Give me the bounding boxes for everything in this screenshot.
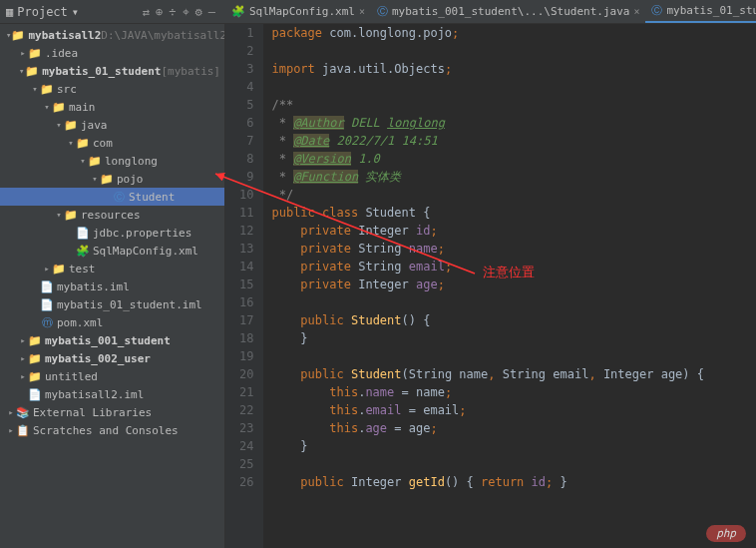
tree-item-mybatis-iml[interactable]: 📄mybatis.iml <box>0 277 224 295</box>
close-icon[interactable]: × <box>359 6 365 17</box>
tree-node-icon: 📄 <box>76 227 90 240</box>
tree-node-label: mybatis_01_student.iml <box>57 298 202 311</box>
tree-node-label: mybatis_01_student <box>42 65 161 78</box>
tree-item-pojo[interactable]: ▾📁pojo <box>0 170 224 188</box>
line-gutter: 1234567891011121314151617181920212223242… <box>225 24 263 548</box>
code-line[interactable]: } <box>271 329 748 347</box>
line-number: 16 <box>239 293 253 311</box>
project-tree[interactable]: ▾📁mybatisall2 D:\JAVA\mybatisall2▸📁.idea… <box>0 24 225 548</box>
code-line[interactable]: */ <box>271 186 748 204</box>
tree-item-scratches-and-consoles[interactable]: ▸📋Scratches and Consoles <box>0 421 224 439</box>
tree-item-resources[interactable]: ▾📁resources <box>0 206 224 224</box>
tree-arrow-icon[interactable]: ▸ <box>42 264 52 274</box>
tree-item-pom-xml[interactable]: ⓜpom.xml <box>0 313 224 331</box>
tree-item-mybatis-01-student-iml[interactable]: 📄mybatis_01_student.iml <box>0 295 224 313</box>
tree-item-test[interactable]: ▸📁test <box>0 260 224 277</box>
code-line[interactable]: this.age = age; <box>271 419 748 437</box>
code-line[interactable]: public Integer getId() { return id; } <box>271 473 748 491</box>
line-number: 21 <box>239 383 253 401</box>
tree-arrow-icon[interactable]: ▾ <box>30 84 40 94</box>
tree-item-mybatisall2-iml[interactable]: 📄mybatisall2.iml <box>0 385 224 403</box>
tree-item-com[interactable]: ▾📁com <box>0 134 224 152</box>
tree-node-label: jdbc.properties <box>93 227 191 240</box>
tree-item-untitled[interactable]: ▸📁untitled <box>0 367 224 385</box>
code-line[interactable] <box>271 347 748 365</box>
tree-node-label: .idea <box>45 47 78 60</box>
tree-arrow-icon[interactable]: ▸ <box>18 353 28 363</box>
toolbar-icon-3[interactable]: ⌖ <box>183 5 189 19</box>
tree-node-icon: 🧩 <box>76 245 90 258</box>
toolbar-icon-0[interactable]: ⇄ <box>143 5 150 19</box>
close-icon[interactable]: × <box>633 6 639 17</box>
editor-tab-0[interactable]: 🧩SqlMapConfig.xml× <box>225 0 371 23</box>
tree-arrow-icon[interactable]: ▾ <box>18 66 25 76</box>
line-number: 20 <box>239 365 253 383</box>
code-line[interactable]: this.email = email; <box>271 401 748 419</box>
tree-arrow-icon[interactable]: ▾ <box>66 138 76 148</box>
tree-item-mybatis-002-user[interactable]: ▸📁mybatis_002_user <box>0 349 224 367</box>
line-number: 18 <box>239 329 253 347</box>
code-line[interactable]: * @Function 实体类 <box>271 168 748 186</box>
tree-item-mybatisall2[interactable]: ▾📁mybatisall2 D:\JAVA\mybatisall2 <box>0 26 224 44</box>
tree-arrow-icon[interactable]: ▸ <box>18 48 28 58</box>
tree-node-label: Scratches and Consoles <box>33 424 179 437</box>
code-line[interactable]: * @Version 1.0 <box>271 150 748 168</box>
tree-item--idea[interactable]: ▸📁.idea <box>0 44 224 62</box>
tree-arrow-icon[interactable]: ▾ <box>78 156 88 166</box>
tree-node-label: longlong <box>105 155 158 168</box>
tree-arrow-icon[interactable]: ▸ <box>6 425 16 435</box>
code-line[interactable] <box>271 293 748 311</box>
tree-item-mybatis-01-student[interactable]: ▾📁mybatis_01_student [mybatis] <box>0 62 224 80</box>
tree-item-longlong[interactable]: ▾📁longlong <box>0 152 224 170</box>
tree-arrow-icon[interactable]: ▾ <box>54 120 64 130</box>
tree-arrow-icon[interactable]: ▸ <box>18 335 28 345</box>
code-area[interactable]: package com.longlong.pojo;import java.ut… <box>263 24 756 548</box>
editor-tab-1[interactable]: Ⓒmybatis_001_student\...\Student.java× <box>371 0 645 23</box>
line-number: 7 <box>239 132 253 150</box>
tree-node-icon: 📁 <box>76 137 90 150</box>
editor-tab-2[interactable]: Ⓒmybatis_01_student\...\Student.java× <box>645 0 756 23</box>
tree-node-icon: 📁 <box>64 209 78 222</box>
toolbar-icon-5[interactable]: — <box>208 5 215 19</box>
toolbar-icon-1[interactable]: ⊕ <box>156 5 163 19</box>
line-number: 9 <box>239 168 253 186</box>
code-line[interactable]: import java.util.Objects; <box>271 60 748 78</box>
project-icon: ▦ <box>6 5 13 19</box>
code-editor[interactable]: 1234567891011121314151617181920212223242… <box>225 24 756 548</box>
code-line[interactable]: /** <box>271 96 748 114</box>
code-line[interactable]: this.name = name; <box>271 383 748 401</box>
tree-item-sqlmapconfig-xml[interactable]: 🧩SqlMapConfig.xml <box>0 242 224 260</box>
tree-arrow-icon[interactable]: ▸ <box>6 407 16 417</box>
tree-item-student[interactable]: ⒸStudent <box>0 188 224 206</box>
tree-item-main[interactable]: ▾📁main <box>0 98 224 116</box>
code-line[interactable]: public Student(String name, String email… <box>271 365 748 383</box>
tree-arrow-icon[interactable]: ▾ <box>6 30 11 40</box>
code-line[interactable]: } <box>271 437 748 455</box>
code-line[interactable]: package com.longlong.pojo; <box>271 24 748 42</box>
tree-item-mybatis-001-student[interactable]: ▸📁mybatis_001_student <box>0 331 224 349</box>
code-line[interactable]: private String name; <box>271 240 748 258</box>
code-line[interactable]: * @Author DELL longlong <box>271 114 748 132</box>
project-dropdown[interactable]: ▦ Project ▾ <box>0 5 85 19</box>
tree-item-java[interactable]: ▾📁java <box>0 116 224 134</box>
code-line[interactable] <box>271 455 748 473</box>
tree-arrow-icon[interactable]: ▾ <box>90 174 100 184</box>
tree-arrow-icon[interactable]: ▾ <box>42 102 52 112</box>
line-number: 24 <box>239 437 253 455</box>
tree-node-icon: 📁 <box>28 47 42 60</box>
code-line[interactable]: public class Student { <box>271 204 748 222</box>
toolbar-icon-4[interactable]: ⚙ <box>195 5 202 19</box>
tree-item-src[interactable]: ▾📁src <box>0 80 224 98</box>
code-line[interactable] <box>271 42 748 60</box>
tree-item-external-libraries[interactable]: ▸📚External Libraries <box>0 403 224 421</box>
tree-node-icon: 📚 <box>16 406 30 419</box>
code-line[interactable]: public Student() { <box>271 311 748 329</box>
code-line[interactable] <box>271 78 748 96</box>
tree-item-jdbc-properties[interactable]: 📄jdbc.properties <box>0 224 224 242</box>
tree-arrow-icon[interactable]: ▾ <box>54 210 64 220</box>
tree-arrow-icon[interactable]: ▸ <box>18 371 28 381</box>
tree-node-label: main <box>69 101 96 114</box>
code-line[interactable]: * @Date 2022/7/1 14:51 <box>271 132 748 150</box>
toolbar-icon-2[interactable]: ÷ <box>169 5 176 19</box>
code-line[interactable]: private Integer id; <box>271 222 748 240</box>
